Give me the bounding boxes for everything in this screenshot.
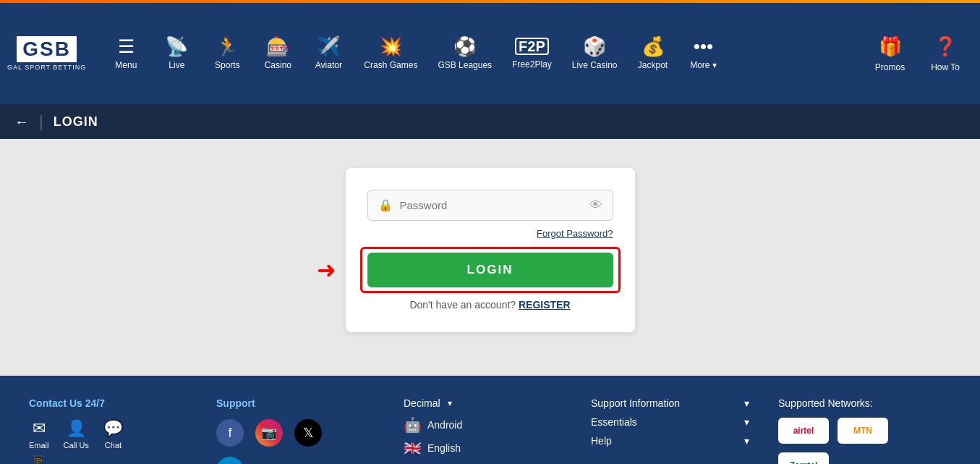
facebook-icon[interactable]: f (216, 419, 244, 447)
nav-casino[interactable]: 🎰 Casino (252, 30, 303, 77)
contact-email[interactable]: ✉ Email (29, 419, 49, 450)
networks-title: Supported Networks: (778, 397, 937, 409)
live-casino-icon: 🎲 (583, 37, 606, 56)
support-info-arrow: ▾ (744, 397, 749, 409)
whatsapp-icon[interactable]: 📱 (29, 455, 187, 464)
android-app-link[interactable]: 🤖 Android (404, 416, 562, 434)
logo-subtitle: GAL SPORT BETTING (7, 64, 86, 71)
currency-dropdown-arrow: ▾ (448, 398, 452, 408)
mtn-badge: MTN (838, 418, 888, 444)
jackpot-icon: 💰 (642, 37, 665, 56)
more-label: More ▾ (690, 60, 717, 70)
live-icon: 📡 (165, 37, 188, 56)
sports-label: Sports (215, 60, 240, 70)
live-label: Live (169, 60, 184, 70)
lock-icon: 🔒 (378, 198, 393, 212)
chat-icon: 💬 (103, 419, 123, 438)
jackpot-label: Jackpot (638, 60, 668, 70)
contact-chat[interactable]: 💬 Chat (103, 419, 123, 450)
aviator-icon: ✈️ (317, 37, 340, 56)
nav-bar: ☰ Menu 📡 Live 🏃 Sports 🎰 Casino ✈️ Aviat… (101, 30, 862, 77)
login-button[interactable]: LOGIN (367, 253, 613, 287)
nav-jackpot[interactable]: 💰 Jackpot (628, 30, 678, 77)
network-logos: airtel MTN Zamtel (778, 418, 937, 464)
nav-free2play[interactable]: F2P Free2Play (502, 30, 562, 77)
footer-settings: Decimal ▾ 🤖 Android 🇬🇧 English (389, 397, 576, 457)
nav-sports[interactable]: 🏃 Sports (202, 30, 252, 77)
zamtel-label: Zamtel (790, 460, 818, 464)
password-field: 🔒 👁 (367, 190, 613, 221)
essentials-arrow: ▾ (744, 416, 749, 428)
twitter-x-icon[interactable]: 𝕏 (294, 419, 322, 447)
breadcrumb-bar: ← | LOGIN (0, 104, 980, 139)
android-icon: 🤖 (404, 416, 422, 434)
nav-live-casino[interactable]: 🎲 Live Casino (562, 30, 628, 77)
gsb-leagues-icon: ⚽ (453, 37, 477, 56)
more-icon: ••• (694, 37, 713, 56)
annotation-arrow: ➜ (317, 256, 336, 284)
forgot-password-link[interactable]: Forgot Password? (367, 227, 613, 240)
currency-selector[interactable]: Decimal ▾ (404, 397, 562, 409)
zamtel-badge: Zamtel (778, 452, 829, 464)
email-label: Email (29, 441, 49, 450)
login-card: 🔒 👁 Forgot Password? ➜ LOGIN Don't have … (346, 168, 635, 332)
eye-icon[interactable]: 👁 (589, 198, 602, 213)
airtel-label: airtel (793, 426, 814, 436)
free2play-label: Free2Play (512, 59, 552, 69)
nav-live[interactable]: 📡 Live (151, 30, 202, 77)
nav-more[interactable]: ••• More ▾ (678, 30, 729, 77)
register-link[interactable]: REGISTER (519, 299, 571, 311)
footer-support-info: Support Information ▾ Essentials ▾ Help … (576, 397, 764, 454)
free2play-icon: F2P (515, 38, 549, 55)
social-icons: f 📷 𝕏 (216, 419, 375, 447)
page-title: LOGIN (54, 114, 98, 130)
support-info-row[interactable]: Support Information ▾ (591, 397, 749, 409)
language-label: English (427, 442, 461, 454)
howto-icon: ❓ (934, 35, 957, 58)
mtn-label: MTN (853, 426, 872, 436)
contact-call[interactable]: 👤 Call Us (64, 419, 89, 450)
crash-games-icon: 💥 (379, 37, 402, 56)
menu-label: Menu (115, 60, 137, 70)
password-input[interactable] (400, 199, 589, 211)
main-content: 🔒 👁 Forgot Password? ➜ LOGIN Don't have … (0, 139, 980, 376)
flag-icon: 🇬🇧 (404, 439, 422, 457)
promos-label: Promos (875, 62, 905, 72)
help-label: Help (591, 435, 612, 447)
call-label: Call Us (64, 441, 89, 450)
promos-icon: 🎁 (879, 35, 902, 58)
footer: Contact Us 24/7 ✉ Email 👤 Call Us 💬 Chat… (0, 376, 980, 464)
register-prompt: Don't have an account? (409, 299, 516, 311)
back-button[interactable]: ← (14, 114, 29, 130)
logo[interactable]: GSB GAL SPORT BETTING (7, 36, 86, 71)
casino-label: Casino (265, 60, 291, 70)
casino-icon: 🎰 (266, 37, 289, 56)
language-selector[interactable]: 🇬🇧 English (404, 439, 562, 457)
nav-promos[interactable]: 🎁 Promos (862, 28, 918, 80)
breadcrumb-divider: | (39, 112, 43, 131)
telegram-icon[interactable]: ✈ (216, 457, 244, 464)
logo-abbr: GSB (17, 36, 77, 62)
aviator-label: Aviator (315, 60, 342, 70)
support-title: Support (216, 397, 375, 409)
forgot-password-anchor[interactable]: Forgot Password? (537, 228, 613, 239)
essentials-label: Essentials (591, 416, 637, 428)
call-icon: 👤 (67, 419, 86, 438)
footer-contact: Contact Us 24/7 ✉ Email 👤 Call Us 💬 Chat… (29, 397, 202, 464)
howto-label: How To (931, 62, 960, 72)
crash-games-label: Crash Games (364, 60, 417, 70)
essentials-row[interactable]: Essentials ▾ (591, 416, 749, 428)
nav-gsb-leagues[interactable]: ⚽ GSB Leagues (427, 30, 502, 77)
main-header: GSB GAL SPORT BETTING ☰ Menu 📡 Live 🏃 Sp… (0, 3, 980, 104)
nav-right: 🎁 Promos ❓ How To (862, 28, 973, 80)
footer-networks: Supported Networks: airtel MTN Zamtel (764, 397, 951, 464)
footer-support-social: Support f 📷 𝕏 ✈ (202, 397, 389, 464)
nav-menu[interactable]: ☰ Menu (101, 30, 151, 77)
nav-howto[interactable]: ❓ How To (918, 28, 973, 80)
help-row[interactable]: Help ▾ (591, 435, 749, 447)
android-label: Android (427, 419, 462, 431)
instagram-icon[interactable]: 📷 (255, 419, 283, 447)
nav-aviator[interactable]: ✈️ Aviator (303, 30, 354, 77)
support-info-label: Support Information (591, 397, 680, 409)
nav-crash-games[interactable]: 💥 Crash Games (354, 30, 427, 77)
